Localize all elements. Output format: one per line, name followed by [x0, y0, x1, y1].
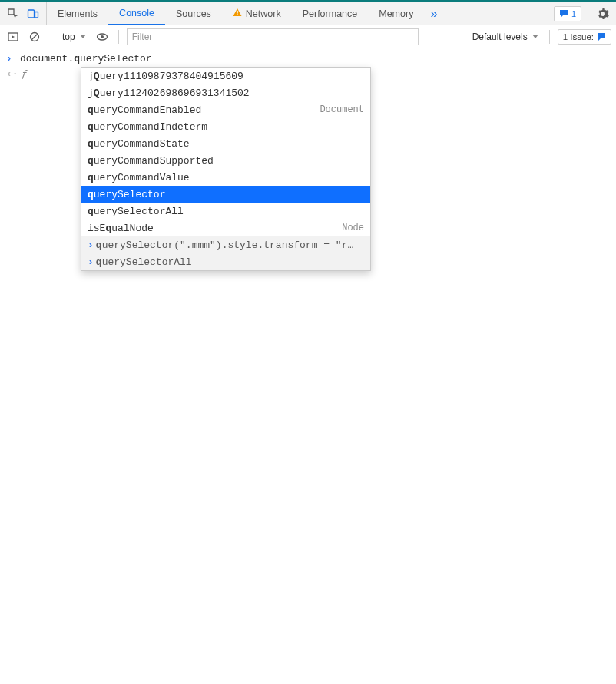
tab-network-label: Network — [246, 8, 281, 19]
autocomplete-item[interactable]: queryCommandSupported — [81, 152, 370, 169]
tab-network[interactable]: Network — [222, 2, 292, 25]
autocomplete-item[interactable]: querySelectorAll — [81, 203, 370, 220]
divider — [118, 30, 119, 44]
message-icon — [597, 32, 606, 41]
svg-point-8 — [101, 35, 104, 38]
toggle-sidebar-icon[interactable] — [5, 28, 22, 45]
autocomplete-item[interactable]: ›querySelector(".mmm").style.transform =… — [81, 236, 370, 253]
device-toolbar-icon[interactable] — [25, 5, 41, 22]
execution-context-select[interactable]: top — [59, 31, 89, 42]
dropdown-icon — [80, 35, 86, 38]
svg-rect-1 — [35, 12, 38, 18]
svg-rect-2 — [237, 11, 237, 14]
clear-console-icon[interactable] — [26, 28, 43, 45]
autocomplete-popup: jQuery11109879378404915609jQuery11240269… — [81, 67, 371, 271]
log-levels-select[interactable]: Default levels — [469, 31, 541, 42]
devtools-tab-strip: Elements Console Sources Network Perform… — [0, 2, 616, 25]
tab-memory[interactable]: Memory — [368, 2, 424, 25]
svg-rect-3 — [237, 14, 237, 15]
autocomplete-item[interactable]: jQuery11109879378404915609 — [81, 68, 370, 84]
settings-icon[interactable] — [594, 5, 611, 22]
tab-console[interactable]: Console — [108, 3, 165, 25]
console-prompt-line[interactable]: › document.querySelector — [0, 51, 616, 67]
tabs-overflow-icon[interactable]: » — [424, 7, 443, 21]
autocomplete-item[interactable]: queryCommandState — [81, 135, 370, 152]
autocomplete-item[interactable]: queryCommandEnabledDocument — [81, 101, 370, 118]
autocomplete-item[interactable]: querySelector — [81, 186, 370, 203]
tab-elements[interactable]: Elements — [47, 2, 108, 25]
filter-input[interactable] — [127, 28, 419, 45]
tab-performance[interactable]: Performance — [292, 2, 369, 25]
console-toolbar: top Default levels 1 Issue: — [0, 25, 616, 48]
issues-label: 1 Issue: — [563, 32, 594, 41]
eager-result-icon: ‹· — [6, 68, 20, 80]
console-body: › document.querySelector ‹· ƒ jQuery1110… — [0, 48, 616, 85]
autocomplete-item[interactable]: jQuery112402698696931341502 — [81, 84, 370, 101]
autocomplete-item[interactable]: isEqualNodeNode — [81, 220, 370, 236]
live-expression-icon[interactable] — [94, 28, 111, 45]
divider — [549, 30, 550, 44]
errors-count: 1 — [571, 9, 576, 18]
eager-eval-text: ƒ — [22, 68, 28, 80]
errors-badge[interactable]: 1 — [554, 6, 581, 21]
tabs: Elements Console Sources Network Perform… — [47, 2, 443, 25]
prompt-icon: › — [6, 53, 20, 64]
divider — [588, 7, 588, 21]
console-input-text: document.querySelector — [20, 53, 152, 64]
levels-label: Default levels — [472, 31, 528, 42]
tab-strip-right: 1 — [549, 2, 616, 25]
autocomplete-item[interactable]: queryCommandIndeterm — [81, 118, 370, 135]
context-label: top — [62, 31, 75, 42]
divider — [51, 30, 51, 44]
inspect-element-icon[interactable] — [5, 5, 22, 22]
tab-sources[interactable]: Sources — [165, 2, 222, 25]
svg-line-6 — [31, 34, 38, 40]
warning-icon — [233, 8, 242, 19]
autocomplete-item[interactable]: ›querySelectorAll — [81, 253, 370, 270]
svg-rect-0 — [28, 10, 35, 18]
issues-button[interactable]: 1 Issue: — [558, 29, 611, 45]
inspect-group — [0, 2, 47, 25]
message-icon — [559, 9, 568, 18]
dropdown-icon — [532, 35, 538, 38]
autocomplete-item[interactable]: queryCommandValue — [81, 169, 370, 186]
